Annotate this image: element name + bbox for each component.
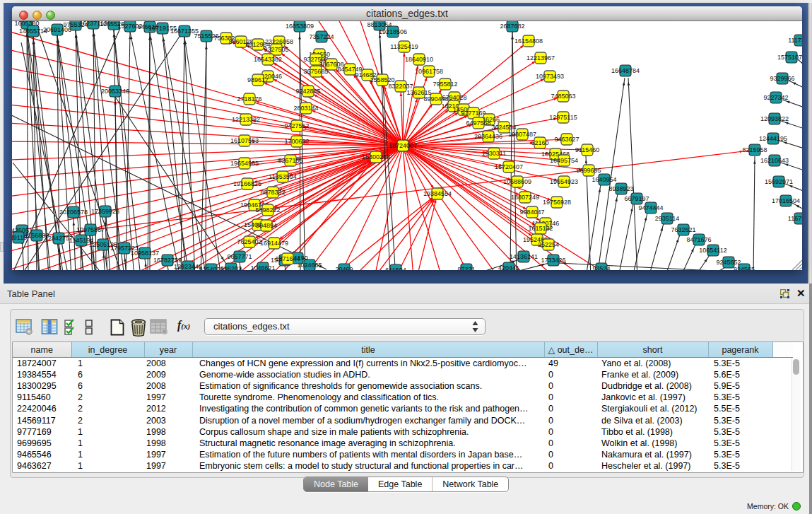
svg-text:16053809: 16053809 [286,23,314,30]
svg-text:9463627: 9463627 [554,136,579,143]
svg-text:252254: 252254 [538,241,559,248]
svg-text:9327505: 9327505 [264,46,288,53]
svg-text:9245652: 9245652 [716,259,741,266]
svg-text:19384554: 19384554 [423,190,452,197]
svg-text:9657771: 9657771 [227,253,252,260]
svg-text:20053346: 20053346 [101,88,129,95]
svg-text:924565: 924565 [734,266,755,270]
svg-text:18724007: 18724007 [389,142,417,149]
svg-text:9227342: 9227342 [763,94,788,101]
svg-text:3624554: 3624554 [491,124,516,131]
svg-text:9699695: 9699695 [576,167,601,174]
svg-text:20364436: 20364436 [474,133,502,140]
svg-text:12213967: 12213967 [526,54,555,62]
svg-text:420441: 420441 [498,264,519,270]
svg-text:10973493: 10973493 [536,73,564,80]
svg-text:1640954: 1640954 [592,176,616,183]
svg-text:20469: 20469 [335,266,353,270]
svg-text:16210643: 16210643 [760,157,789,164]
svg-text:12975115: 12975115 [549,114,577,121]
svg-text:8878332: 8878332 [260,189,285,196]
svg-text:7625402: 7625402 [237,238,261,245]
svg-text:8267155: 8267155 [278,157,302,164]
svg-text:1733426: 1733426 [541,257,565,264]
svg-text:1167533: 1167533 [788,215,802,222]
svg-text:2803144: 2803144 [293,105,318,112]
svg-text:19654923: 19654923 [550,178,578,185]
svg-text:989617: 989617 [247,76,269,83]
svg-text:7357224: 7357224 [309,33,334,40]
svg-text:17359928: 17359928 [91,208,119,215]
svg-text:9115460: 9115460 [575,146,599,153]
svg-text:9474444: 9474444 [638,204,663,211]
svg-text:15720407: 15720407 [495,163,523,170]
svg-text:19654985: 19654985 [230,160,259,167]
svg-text:9427552: 9427552 [284,122,309,129]
svg-text:19756928: 19756928 [543,199,571,206]
svg-text:10958137: 10958137 [131,250,159,257]
svg-text:16648784: 16648784 [611,67,640,74]
svg-text:1930311: 1930311 [482,150,506,157]
svg-text:11325419: 11325419 [390,43,418,50]
svg-text:12444195: 12444195 [759,135,787,142]
svg-text:2687682: 2687682 [500,23,524,30]
svg-text:10654112: 10654112 [699,247,726,254]
svg-text:16154808: 16154808 [514,37,543,45]
svg-text:7485063: 7485063 [551,93,575,100]
svg-text:1700612: 1700612 [284,138,309,145]
svg-text:87231: 87231 [457,266,475,270]
svg-text:10975887: 10975887 [76,226,105,233]
svg-text:15751074: 15751074 [777,54,802,61]
svg-text:8215958: 8215958 [742,146,767,153]
svg-text:14136141: 14136141 [510,253,538,260]
svg-text:16107553: 16107553 [230,137,259,144]
svg-text:3675685: 3675685 [303,68,328,75]
svg-text:7632621: 7632621 [671,226,695,233]
svg-text:5498222: 5498222 [255,206,280,214]
svg-text:1371644: 1371644 [275,255,300,262]
svg-text:17016504: 17016504 [772,197,800,204]
svg-text:8938923: 8938923 [608,185,633,192]
svg-text:19166825: 19166825 [233,180,261,187]
svg-text:1117340: 1117340 [788,37,802,44]
svg-text:18640910: 18640910 [405,56,433,63]
svg-text:1046621: 1046621 [250,264,275,270]
svg-text:93524: 93524 [592,265,610,270]
svg-text:994894: 994894 [256,222,277,229]
svg-text:1615132: 1615132 [528,225,553,232]
svg-text:6679197: 6679197 [624,195,649,202]
svg-text:16914479: 16914479 [260,240,288,247]
svg-text:12093822: 12093822 [760,115,789,122]
svg-text:18807249: 18807249 [511,194,539,201]
svg-text:10688609: 10688609 [503,178,531,185]
svg-text:62160: 62160 [531,139,548,146]
svg-text:15692971: 15692971 [765,178,793,185]
svg-text:15300293: 15300293 [362,153,390,160]
svg-text:16495754: 16495754 [550,157,578,164]
svg-text:6497568: 6497568 [466,119,490,127]
svg-text:9084047: 9084047 [519,209,544,216]
svg-text:16543382: 16543382 [254,56,282,63]
svg-text:611504: 611504 [385,267,406,270]
svg-text:12213382: 12213382 [232,116,260,123]
svg-text:9329966: 9329966 [770,75,794,82]
svg-text:2718176: 2718176 [237,95,261,103]
svg-text:8471676: 8471676 [686,236,711,243]
svg-text:7955812: 7955812 [433,81,457,88]
svg-text:2935114: 2935114 [655,215,679,222]
svg-text:996202: 996202 [220,265,242,270]
svg-text:19218506: 19218506 [379,28,407,35]
svg-text:10961758: 10961758 [415,68,443,75]
svg-text:20206578: 20206578 [59,209,88,216]
svg-text:12923446: 12923446 [174,263,202,270]
svg-text:10807487: 10807487 [508,131,536,138]
svg-text:9242845: 9242845 [295,88,320,95]
svg-text:11353594: 11353594 [269,173,296,180]
